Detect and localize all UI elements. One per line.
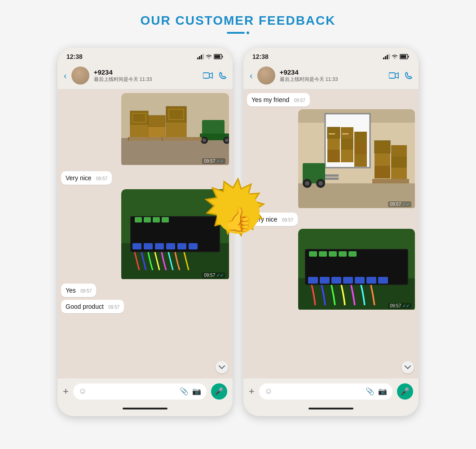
chat-bottom-right: + ☺ 📎 📷 🎤 — [243, 378, 419, 404]
msg-time-yesmyfriend: 09:57 — [294, 98, 305, 103]
home-indicator-right — [243, 404, 419, 413]
msg-time-yes: 09:57 — [80, 289, 92, 293]
section-title: OUR CUSTOMER FEEDBACK — [140, 13, 335, 28]
svg-rect-97 — [378, 277, 388, 284]
plus-icon-left[interactable]: + — [63, 386, 69, 397]
svg-rect-91 — [308, 277, 318, 284]
plus-icon-right[interactable]: + — [249, 386, 255, 397]
msg-time-verynice: 09:57 — [96, 176, 107, 181]
time-overlay-network: 09:57 ✓✓ — [202, 272, 225, 278]
svg-rect-70 — [391, 168, 407, 179]
svg-rect-33 — [144, 217, 151, 222]
header-actions-right — [389, 72, 412, 79]
scroll-down-left[interactable] — [216, 361, 228, 373]
svg-rect-27 — [201, 137, 202, 141]
svg-rect-34 — [153, 217, 160, 222]
msg-yes: Yes 09:57 — [61, 284, 96, 297]
svg-rect-45 — [385, 56, 386, 59]
svg-rect-88 — [329, 251, 337, 257]
msg-image-truck: ▬▬ ▬▬ 09:57 ✓✓ — [298, 109, 415, 210]
contact-status-left: 最后上线时间是今天 11:33 — [94, 76, 198, 83]
video-call-icon-left[interactable] — [203, 72, 213, 79]
svg-rect-35 — [162, 217, 169, 222]
msg-image-warehouse: 09:57 ✓✓ — [121, 93, 229, 167]
svg-rect-92 — [320, 277, 330, 284]
contact-status-right: 最后上线时间是今天 11:33 — [280, 76, 384, 83]
signal-icon-right — [383, 54, 390, 59]
svg-rect-1 — [199, 56, 200, 59]
svg-rect-64 — [354, 154, 367, 167]
avatar-left — [71, 67, 89, 84]
svg-rect-16 — [166, 122, 186, 138]
chevron-down-icon-right — [405, 365, 411, 369]
msg-text-yes: Yes — [66, 287, 76, 294]
input-bar-left[interactable]: ☺ 📎 📷 — [73, 383, 207, 400]
chevron-down-icon-left — [219, 365, 225, 369]
msg-text-goodproduct: Good product — [66, 303, 104, 310]
msg-time-goodproduct: 09:57 — [108, 305, 119, 310]
mic-button-left[interactable]: 🎤 — [211, 383, 227, 400]
contact-name-left: +9234 — [94, 68, 198, 76]
svg-rect-61 — [341, 150, 353, 162]
svg-rect-0 — [197, 58, 198, 59]
svg-rect-96 — [366, 277, 376, 284]
svg-point-23 — [225, 138, 229, 142]
input-bar-right[interactable]: ☺ 📎 📷 — [259, 383, 392, 400]
mic-button-right[interactable]: 🎤 — [397, 383, 413, 400]
time-overlay-network-right: 09:57 ✓✓ — [388, 303, 411, 309]
msg-image-network-right: 09:57 ✓✓ — [298, 229, 415, 311]
video-call-icon-right[interactable] — [389, 72, 399, 79]
emoji-icon-left[interactable]: ☺ — [79, 387, 87, 396]
signal-icon — [197, 54, 204, 59]
svg-rect-57 — [327, 138, 340, 150]
back-arrow-right[interactable]: ‹ — [250, 71, 253, 81]
home-indicator-left — [57, 404, 233, 413]
wifi-icon-right — [392, 54, 398, 59]
attach-icon-left[interactable]: 📎 — [180, 387, 189, 396]
svg-rect-11 — [130, 124, 148, 138]
msg-goodproduct: Good product 09:57 — [61, 300, 124, 313]
status-bar-right: 12:38 — [243, 48, 419, 64]
contact-name-right: +9234 — [280, 68, 384, 76]
svg-rect-40 — [177, 243, 186, 249]
svg-rect-5 — [215, 55, 220, 58]
phone-icon-left[interactable] — [219, 72, 226, 79]
emoji-icon-right[interactable]: ☺ — [264, 387, 273, 396]
svg-rect-93 — [331, 277, 341, 284]
avatar-right — [257, 67, 275, 84]
svg-rect-51 — [389, 73, 395, 78]
svg-rect-50 — [408, 56, 409, 58]
svg-rect-78 — [325, 174, 339, 177]
battery-icon — [214, 54, 224, 59]
svg-rect-25 — [128, 137, 129, 141]
title-underline — [227, 31, 249, 34]
svg-rect-49 — [401, 55, 406, 58]
attach-icon-right[interactable]: 📎 — [366, 387, 375, 396]
svg-rect-3 — [203, 54, 204, 59]
svg-rect-14 — [148, 127, 165, 138]
svg-rect-71 — [372, 179, 409, 183]
camera-icon-left[interactable]: 📷 — [192, 387, 201, 396]
badge-star-svg: 👍 — [200, 175, 276, 252]
svg-rect-94 — [343, 277, 353, 284]
scroll-down-right[interactable] — [401, 361, 414, 373]
svg-rect-32 — [135, 217, 142, 222]
svg-rect-24 — [128, 137, 202, 141]
msg-text-verynice: Very nice — [66, 174, 92, 182]
svg-text:▬▬: ▬▬ — [342, 132, 348, 135]
truck-image-right: ▬▬ ▬▬ — [298, 109, 415, 208]
contact-info-right: +9234 最后上线时间是今天 11:33 — [280, 68, 384, 83]
svg-rect-89 — [339, 251, 347, 257]
camera-icon-right[interactable]: 📷 — [378, 387, 387, 396]
status-icons-left — [197, 54, 224, 59]
contact-info-left: +9234 最后上线时间是今天 11:33 — [94, 68, 198, 83]
phone-icon-right[interactable] — [405, 72, 412, 79]
status-icons-right — [383, 54, 410, 59]
thumbs-badge: 👍 — [200, 175, 276, 252]
svg-rect-95 — [355, 277, 365, 284]
warehouse-image-left — [121, 93, 229, 165]
svg-rect-86 — [309, 251, 317, 257]
svg-rect-13 — [148, 116, 165, 127]
status-time-left: 12:38 — [66, 53, 83, 60]
back-arrow-left[interactable]: ‹ — [64, 71, 67, 81]
